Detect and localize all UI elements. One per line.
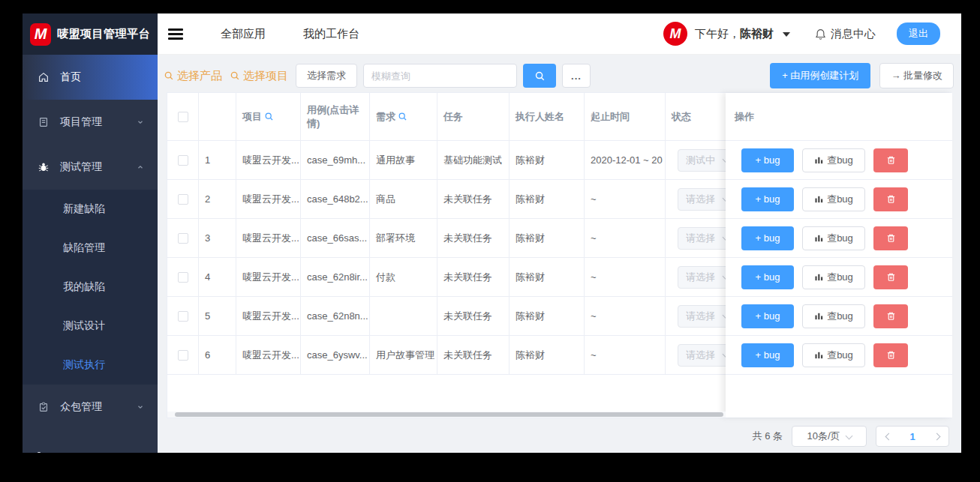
- horizontal-scrollbar-thumb[interactable]: [175, 412, 723, 417]
- select-all-checkbox[interactable]: [178, 112, 188, 122]
- ops-row: + bug 查bug: [726, 297, 952, 336]
- select-product-label: 选择产品: [177, 69, 222, 83]
- row-time: ~: [585, 336, 666, 374]
- row-requirement: 付款: [370, 258, 437, 296]
- requirement-header: 需求: [370, 93, 437, 140]
- row-case-link[interactable]: case_66sas...: [301, 219, 370, 257]
- fuzzy-search-input[interactable]: [363, 64, 517, 88]
- select-requirement-button[interactable]: 选择需求: [296, 64, 357, 88]
- row-time: ~: [585, 180, 666, 218]
- row-checkbox[interactable]: [178, 311, 188, 322]
- create-plan-from-case-button[interactable]: + 由用例创建计划: [770, 63, 870, 88]
- view-bug-label: 查bug: [827, 154, 853, 167]
- ops-header: 操作: [726, 93, 952, 141]
- row-case-link[interactable]: case_62n8n...: [301, 297, 370, 335]
- batch-edit-button[interactable]: → 批量修改: [879, 63, 954, 88]
- row-checkbox[interactable]: [178, 350, 188, 361]
- bell-icon: [814, 28, 827, 40]
- row-project: 唛盟云开发...: [236, 258, 301, 296]
- sidebar-item-project-mgmt[interactable]: 项目管理: [23, 100, 158, 145]
- sidebar-item-partial[interactable]: [23, 442, 158, 453]
- row-case-link[interactable]: case_69mh...: [301, 141, 370, 179]
- delete-button[interactable]: [873, 343, 908, 367]
- sidebar-item-crowd-mgmt[interactable]: 众包管理: [23, 385, 158, 430]
- row-task: 未关联任务: [437, 219, 510, 257]
- next-page-button[interactable]: [924, 427, 948, 446]
- sidebar-item-label: 缺陷管理: [63, 241, 105, 255]
- sidebar-item-label: 我的缺陷: [63, 280, 105, 294]
- search-icon[interactable]: [398, 112, 407, 121]
- view-bug-button[interactable]: 查bug: [802, 265, 865, 289]
- logout-button[interactable]: 退出: [897, 22, 940, 45]
- current-page[interactable]: 1: [900, 431, 924, 442]
- row-checkbox[interactable]: [178, 272, 188, 283]
- row-checkbox[interactable]: [178, 155, 188, 166]
- page-size-select[interactable]: 10条/页: [792, 426, 867, 447]
- add-bug-button[interactable]: + bug: [741, 304, 794, 328]
- view-bug-button[interactable]: 查bug: [802, 226, 865, 250]
- row-requirement: [370, 297, 437, 335]
- user-greeting[interactable]: 下午好，陈裕财: [695, 27, 774, 41]
- brand-logo: M 唛盟项目管理平台: [23, 13, 158, 55]
- sidebar-item-new-defect[interactable]: 新建缺陷: [23, 190, 158, 229]
- trash-icon: [885, 271, 897, 283]
- status-value: 请选择: [686, 193, 719, 206]
- sidebar-item-test-design[interactable]: 测试设计: [23, 307, 158, 346]
- chevron-down-icon: [845, 432, 852, 439]
- row-checkbox[interactable]: [178, 194, 188, 205]
- row-task: 基础功能测试: [437, 141, 510, 179]
- add-bug-button[interactable]: + bug: [741, 187, 794, 211]
- more-options-button[interactable]: ...: [562, 64, 591, 88]
- view-bug-button[interactable]: 查bug: [802, 304, 865, 328]
- row-case-link[interactable]: case_62n8ir...: [301, 258, 370, 296]
- hamburger-menu-icon[interactable]: [168, 26, 183, 42]
- bug-icon: [38, 161, 50, 173]
- row-checkbox[interactable]: [178, 233, 188, 244]
- view-bug-label: 查bug: [827, 193, 853, 206]
- user-caret-icon[interactable]: [783, 32, 790, 37]
- search-button[interactable]: [523, 64, 556, 88]
- row-executor: 陈裕财: [510, 258, 585, 296]
- chevron-down-icon: [137, 118, 144, 126]
- add-bug-button[interactable]: + bug: [741, 343, 794, 367]
- message-center-link[interactable]: 消息中心: [814, 27, 876, 41]
- add-bug-button[interactable]: + bug: [741, 148, 794, 172]
- row-requirement: 通用故事: [370, 141, 437, 179]
- delete-button[interactable]: [873, 148, 908, 172]
- delete-button[interactable]: [873, 304, 908, 328]
- delete-button[interactable]: [873, 187, 908, 211]
- chevron-left-icon: [885, 433, 892, 440]
- username: 陈裕财: [740, 27, 774, 40]
- row-case-link[interactable]: case_648b2...: [301, 180, 370, 218]
- sidebar-item-my-defects[interactable]: 我的缺陷: [23, 268, 158, 307]
- add-bug-button[interactable]: + bug: [741, 226, 794, 250]
- ops-row: + bug 查bug: [726, 180, 952, 219]
- sidebar-item-home[interactable]: 首页: [23, 55, 158, 100]
- delete-button[interactable]: [873, 265, 908, 289]
- ops-row: + bug 查bug: [726, 141, 952, 180]
- tab-my-workbench[interactable]: 我的工作台: [303, 27, 359, 41]
- sidebar-item-label: 众包管理: [60, 400, 126, 414]
- view-bug-button[interactable]: 查bug: [802, 343, 865, 367]
- sidebar-item-defect-mgmt[interactable]: 缺陷管理: [23, 229, 158, 268]
- delete-button[interactable]: [873, 226, 908, 250]
- prev-page-button[interactable]: [876, 427, 900, 446]
- row-task: 未关联任务: [437, 180, 510, 218]
- row-case-link[interactable]: case_6yswv...: [301, 336, 370, 374]
- search-icon[interactable]: [264, 112, 274, 121]
- tab-all-apps[interactable]: 全部应用: [221, 27, 266, 41]
- user-avatar[interactable]: M: [663, 22, 687, 46]
- view-bug-button[interactable]: 查bug: [802, 187, 865, 211]
- sidebar-item-test-mgmt[interactable]: 测试管理: [23, 145, 158, 190]
- select-product-link[interactable]: 选择产品: [164, 69, 222, 83]
- sidebar-item-test-execution[interactable]: 测试执行: [23, 346, 158, 385]
- row-index: 6: [199, 336, 236, 374]
- index-header: [199, 93, 236, 140]
- sidebar-item-label: 测试管理: [60, 160, 126, 174]
- add-bug-button[interactable]: + bug: [741, 265, 794, 289]
- select-project-link[interactable]: 选择项目: [230, 69, 288, 83]
- view-bug-button[interactable]: 查bug: [802, 148, 865, 172]
- topbar-right: M 下午好，陈裕财 消息中心 退出: [663, 22, 940, 46]
- sidebar-item-label: 测试设计: [63, 319, 105, 333]
- row-index: 5: [199, 297, 236, 335]
